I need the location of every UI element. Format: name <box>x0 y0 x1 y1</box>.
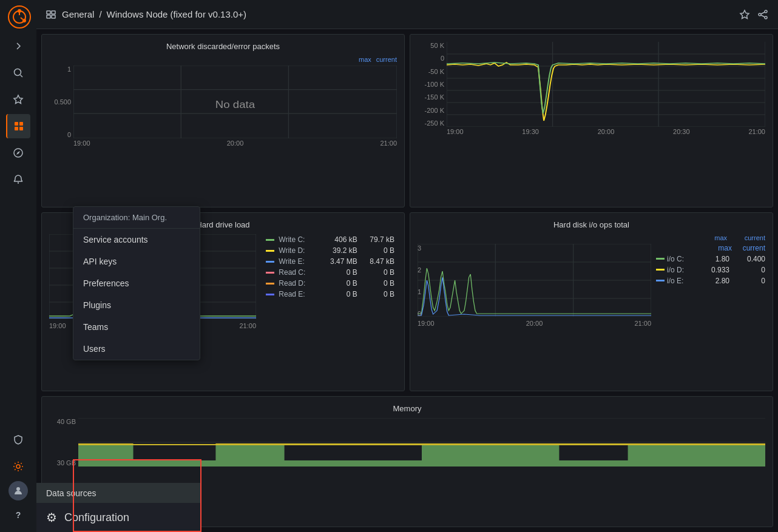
svg-line-7 <box>21 75 23 78</box>
y-r-4: -100 K <box>418 81 444 88</box>
sidebar-item-help[interactable]: ? <box>6 503 30 527</box>
hd-val1-3: 0 B <box>319 267 359 278</box>
hd-val1-4: 0 B <box>319 278 359 289</box>
sidebar-item-dashboards[interactable] <box>6 114 30 138</box>
io-cur-2: 0 <box>732 277 765 285</box>
svg-point-17 <box>16 487 20 491</box>
menu-item-api-keys[interactable]: API keys <box>73 251 200 272</box>
io-current-label: current <box>732 234 765 241</box>
svg-point-16 <box>16 465 20 468</box>
panel-memory-title: Memory <box>49 404 765 413</box>
user-avatar[interactable] <box>8 481 28 500</box>
sidebar-item-starred[interactable] <box>6 87 30 112</box>
io-y-2: 2 <box>418 266 421 274</box>
svg-rect-21 <box>52 15 55 18</box>
config-bar: Data sources ⚙ Configuration <box>36 483 200 532</box>
hd-legend-row-4: Read D: 0 B 0 B <box>263 278 397 289</box>
mem-y-40: 40 GB <box>49 418 76 425</box>
hd-label-0: Write C: <box>279 235 305 244</box>
hd-x-19: 19:00 <box>49 322 66 329</box>
hd-val2-2: 8.47 kB <box>360 256 397 267</box>
topbar: General / Windows Node (fixed for v0.13.… <box>36 0 778 29</box>
config-label: Configuration <box>64 511 129 524</box>
legend-current-label: current <box>376 56 397 63</box>
x-label-20: 20:00 <box>227 140 244 147</box>
config-datasources-item[interactable]: Data sources <box>36 483 200 503</box>
hd-val1-0: 406 kB <box>319 234 359 245</box>
star-icon[interactable] <box>739 9 750 20</box>
mem-y-30: 30 GB <box>49 459 76 466</box>
svg-line-27 <box>761 15 765 17</box>
panel-network-error: Network discarded/error packets max curr… <box>41 34 405 207</box>
io-max-label: max <box>694 234 727 241</box>
sidebar-expand-button[interactable] <box>6 34 30 58</box>
svg-rect-11 <box>15 127 18 130</box>
io-label-2: i/o E: <box>667 277 694 285</box>
config-main-item[interactable]: ⚙ Configuration <box>36 503 200 532</box>
y-label-0: 0 <box>49 131 71 138</box>
svg-point-6 <box>15 69 21 76</box>
x-r-20: 20:00 <box>598 128 615 135</box>
x-r-1930: 19:30 <box>522 128 539 135</box>
hd-val1-1: 39.2 kB <box>319 245 359 256</box>
svg-rect-10 <box>19 122 23 126</box>
io-label-0: i/o C: <box>667 255 694 263</box>
hd-x-21: 21:00 <box>239 322 256 329</box>
io-label-1: i/o D: <box>667 266 694 274</box>
panel-hard-disk-io: Hard disk i/o ops total max current <box>410 212 773 392</box>
menu-item-teams[interactable]: Teams <box>73 316 200 338</box>
breadcrumb-general[interactable]: General <box>62 9 94 19</box>
hd-val1-2: 3.47 MB <box>319 256 359 267</box>
io-cur-0: 0.400 <box>732 255 765 263</box>
io-y-3: 3 <box>418 244 421 252</box>
sidebar-item-shield[interactable] <box>6 428 30 452</box>
menu-item-service-accounts[interactable]: Service accounts <box>73 229 200 251</box>
io-cur-1: 0 <box>732 266 765 274</box>
io-x-21: 21:00 <box>634 320 651 327</box>
menu-item-plugins[interactable]: Plugins <box>73 294 200 316</box>
context-menu: Organization: Main Org. Service accounts… <box>73 206 200 360</box>
panel-network-error-title: Network discarded/error packets <box>49 42 397 51</box>
hd-val2-0: 79.7 kB <box>360 234 397 245</box>
svg-point-2 <box>18 9 21 13</box>
svg-point-25 <box>765 16 767 19</box>
sidebar-item-explore[interactable] <box>6 141 30 165</box>
hd-val2-1: 0 B <box>360 245 397 256</box>
svg-point-4 <box>22 19 26 22</box>
panel-io-title: Hard disk i/o ops total <box>418 220 765 229</box>
sidebar-item-alerting[interactable] <box>6 167 30 192</box>
topbar-actions <box>739 9 768 20</box>
y-r-2: 0 <box>418 55 444 62</box>
sidebar-item-configuration[interactable] <box>6 454 30 479</box>
io-chart <box>418 244 651 317</box>
menu-item-users[interactable]: Users <box>73 338 200 360</box>
io-y-0: 0 <box>418 310 421 317</box>
io-color-2 <box>656 280 665 281</box>
menu-item-preferences[interactable]: Preferences <box>73 272 200 294</box>
hd-legend-row-2: Write E: 3.47 MB 8.47 kB <box>263 256 397 267</box>
y-r-5: -150 K <box>418 93 444 101</box>
io-y-1: 1 <box>418 288 421 295</box>
io-legend-row-0: i/o C: 1.80 0.400 <box>656 255 765 263</box>
grafana-logo[interactable] <box>7 5 29 27</box>
y-r-3: -50 K <box>418 68 444 75</box>
hd-val2-5: 0 B <box>360 289 397 300</box>
svg-marker-8 <box>14 95 22 104</box>
hd-color-5 <box>266 294 274 295</box>
io-color-1 <box>656 269 665 271</box>
hd-label-1: Write D: <box>279 246 305 255</box>
datasources-label: Data sources <box>46 488 96 498</box>
io-color-0 <box>656 258 665 260</box>
svg-marker-14 <box>16 151 20 155</box>
hd-label-5: Read E: <box>279 290 305 298</box>
hd-legend-row-0: Write C: 406 kB 79.7 kB <box>263 234 397 245</box>
y-label-05: 0.500 <box>49 98 71 106</box>
hd-legend-row-3: Read C: 0 B 0 B <box>263 267 397 278</box>
share-icon[interactable] <box>757 9 768 20</box>
hd-color-2 <box>266 261 274 263</box>
hd-color-0 <box>266 239 274 241</box>
svg-rect-9 <box>15 122 18 126</box>
sidebar-item-search[interactable] <box>6 61 30 85</box>
hd-label-4: Read D: <box>279 279 305 288</box>
y-r-7: -250 K <box>418 120 444 127</box>
